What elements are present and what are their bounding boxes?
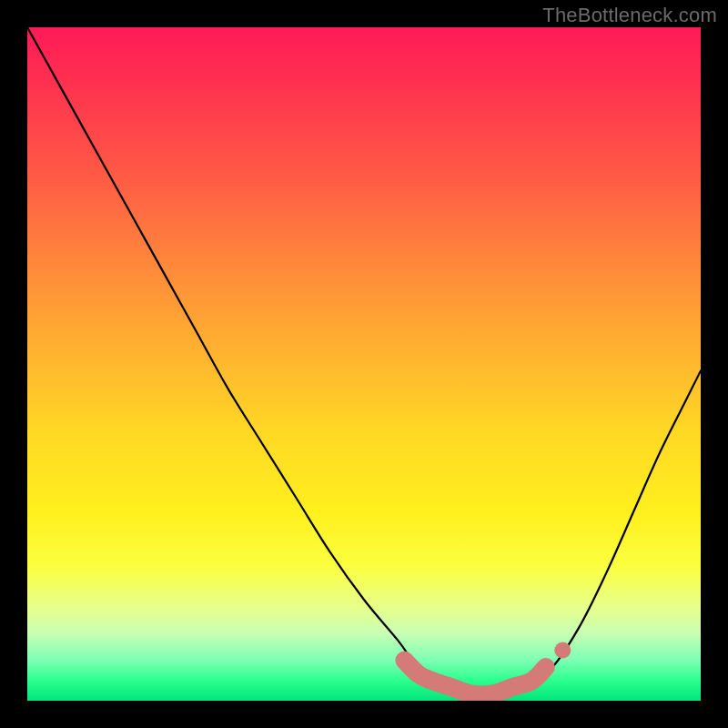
chart-frame: TheBottleneck.com [0, 0, 728, 728]
bottleneck-curve-path [27, 27, 701, 695]
sweet-spot-overlay-path [404, 661, 545, 695]
plot-area [27, 27, 701, 701]
sweet-spot-end-dot [554, 642, 571, 659]
attribution-text: TheBottleneck.com [542, 4, 717, 27]
chart-svg [27, 27, 701, 701]
